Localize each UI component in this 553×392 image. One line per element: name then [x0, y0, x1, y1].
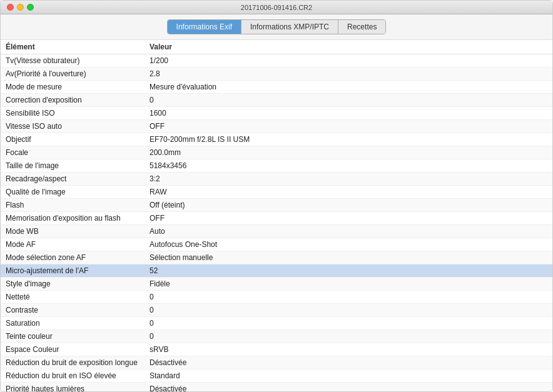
table-row: Qualité de l'imageRAW — [1, 186, 552, 199]
row-label: Focale — [1, 146, 145, 159]
window-title: 20171006-091416.CR2 — [241, 4, 312, 11]
row-value: Désactivée — [145, 383, 552, 392]
table-row: Mode WBAuto — [1, 225, 552, 238]
row-value: 5184x3456 — [145, 159, 552, 173]
row-value: Autofocus One-Shot — [145, 238, 552, 251]
row-label: Espace Couleur — [1, 343, 145, 356]
tab-group: Informations Exif Informations XMP/IPTC … — [167, 19, 387, 34]
main-window: 20171006-091416.CR2 Informations Exif In… — [0, 0, 553, 392]
tab-exif[interactable]: Informations Exif — [168, 20, 241, 34]
row-label: Mémorisation d'exposition au flash — [1, 212, 145, 225]
table-row: Focale200.0mm — [1, 146, 552, 159]
table-row: ObjectifEF70-200mm f/2.8L IS II USM — [1, 133, 552, 146]
table-row: Réduction du bruit en ISO élevéeStandard — [1, 369, 552, 383]
row-label: Style d'image — [1, 278, 145, 291]
row-value: 1/200 — [145, 54, 552, 68]
row-value: 200.0mm — [145, 146, 552, 159]
row-value: 0 — [145, 317, 552, 330]
row-label: Taille de l'image — [1, 159, 145, 173]
row-value: EF70-200mm f/2.8L IS II USM — [145, 133, 552, 146]
tab-xmp[interactable]: Informations XMP/IPTC — [241, 20, 338, 34]
table-row: Teinte couleur0 — [1, 330, 552, 343]
row-label: Qualité de l'image — [1, 186, 145, 199]
row-label: Vitesse ISO auto — [1, 120, 145, 133]
row-label: Micro-ajustement de l'AF — [1, 264, 145, 278]
row-value: Désactivée — [145, 356, 552, 369]
table-row: Saturation0 — [1, 317, 552, 330]
table-row: Micro-ajustement de l'AF52 — [1, 264, 552, 278]
row-label: Sensibilité ISO — [1, 107, 145, 120]
table-row: Contraste0 — [1, 304, 552, 317]
table-row: Style d'imageFidèle — [1, 278, 552, 291]
row-label: Mode AF — [1, 238, 145, 251]
close-button[interactable] — [7, 4, 14, 11]
toolbar: Informations Exif Informations XMP/IPTC … — [1, 14, 552, 40]
row-value: 0 — [145, 304, 552, 317]
table-row: FlashOff (éteint) — [1, 199, 552, 212]
col-header-value: Valeur — [145, 40, 552, 54]
row-value: 0 — [145, 94, 552, 107]
row-label: Teinte couleur — [1, 330, 145, 343]
row-value: Fidèle — [145, 278, 552, 291]
row-value: 52 — [145, 264, 552, 278]
row-value: RAW — [145, 186, 552, 199]
table-row: Taille de l'image5184x3456 — [1, 159, 552, 173]
row-label: Priorité hautes lumières — [1, 383, 145, 392]
table-row: Espace CouleursRVB — [1, 343, 552, 356]
row-label: Saturation — [1, 317, 145, 330]
maximize-button[interactable] — [27, 4, 34, 11]
row-label: Correction d'exposition — [1, 94, 145, 107]
row-label: Contraste — [1, 304, 145, 317]
table-row: Sensibilité ISO1600 — [1, 107, 552, 120]
row-value: 3:2 — [145, 173, 552, 186]
row-value: Sélection manuelle — [145, 251, 552, 264]
row-value: Off (éteint) — [145, 199, 552, 212]
table-row: Priorité hautes lumièresDésactivée — [1, 383, 552, 392]
row-value: Mesure d'évaluation — [145, 81, 552, 94]
titlebar: 20171006-091416.CR2 — [1, 1, 552, 14]
minimize-button[interactable] — [17, 4, 24, 11]
table-row: Mode de mesureMesure d'évaluation — [1, 81, 552, 94]
table-row: Réduction du bruit de exposition longueD… — [1, 356, 552, 369]
traffic-lights — [7, 4, 34, 11]
table-row: Mode AFAutofocus One-Shot — [1, 238, 552, 251]
info-table: Élément Valeur Tv(Vitesse obturateur)1/2… — [1, 40, 552, 391]
row-value: Standard — [145, 369, 552, 383]
table-row: Mode sélection zone AFSélection manuelle — [1, 251, 552, 264]
row-label: Av(Priorité à l'ouverture) — [1, 68, 145, 81]
row-label: Netteté — [1, 291, 145, 304]
row-value: 2.8 — [145, 68, 552, 81]
table-row: Av(Priorité à l'ouverture)2.8 — [1, 68, 552, 81]
row-label: Objectif — [1, 133, 145, 146]
row-label: Mode WB — [1, 225, 145, 238]
row-value: 0 — [145, 330, 552, 343]
content-area: Élément Valeur Tv(Vitesse obturateur)1/2… — [1, 40, 552, 391]
row-label: Tv(Vitesse obturateur) — [1, 54, 145, 68]
table-row: Netteté0 — [1, 291, 552, 304]
table-row: Correction d'exposition0 — [1, 94, 552, 107]
table-row: Recadrage/aspect3:2 — [1, 173, 552, 186]
row-value: 1600 — [145, 107, 552, 120]
row-value: OFF — [145, 120, 552, 133]
col-header-label: Élément — [1, 40, 145, 54]
table-row: Tv(Vitesse obturateur)1/200 — [1, 54, 552, 68]
row-value: sRVB — [145, 343, 552, 356]
row-value: Auto — [145, 225, 552, 238]
row-value: OFF — [145, 212, 552, 225]
row-label: Recadrage/aspect — [1, 173, 145, 186]
row-label: Flash — [1, 199, 145, 212]
tab-recettes[interactable]: Recettes — [338, 20, 385, 34]
row-label: Mode de mesure — [1, 81, 145, 94]
row-value: 0 — [145, 291, 552, 304]
table-row: Vitesse ISO autoOFF — [1, 120, 552, 133]
row-label: Réduction du bruit en ISO élevée — [1, 369, 145, 383]
row-label: Réduction du bruit de exposition longue — [1, 356, 145, 369]
table-row: Mémorisation d'exposition au flashOFF — [1, 212, 552, 225]
row-label: Mode sélection zone AF — [1, 251, 145, 264]
